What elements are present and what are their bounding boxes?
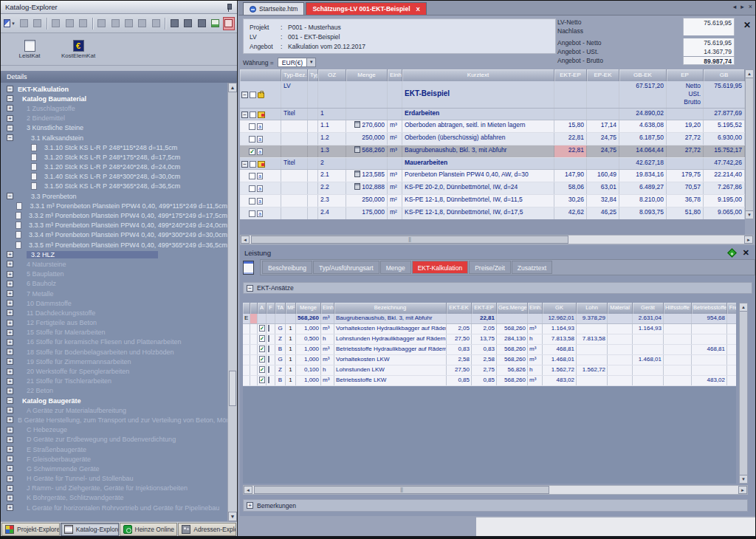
checkbox-a-icon[interactable]: ✓ xyxy=(259,346,265,352)
tree-expand-icon[interactable]: − xyxy=(7,193,13,199)
ekt-detail-row[interactable]: ✓ B 1 1,000 m³ Betriebsstoffe Hydraulikb… xyxy=(243,345,736,355)
tree-expand-icon[interactable]: + xyxy=(7,407,13,413)
column-header-einh2[interactable]: Einh. xyxy=(528,303,543,314)
row-check-icon[interactable] xyxy=(249,136,255,143)
view-icon[interactable] xyxy=(96,17,108,30)
lv-position-row[interactable]: a 2.2 102,888 m² KS-PE 20-2,0, Dünnbettm… xyxy=(240,182,745,195)
nav-back-icon[interactable]: ◂ xyxy=(733,3,737,10)
column-header-ta[interactable]: TA xyxy=(275,303,286,314)
tree-expand-icon[interactable]: − xyxy=(7,134,13,141)
row-check-icon[interactable] xyxy=(249,123,255,130)
checkbox-a-icon[interactable]: ✓ xyxy=(259,366,265,373)
tree-expand-icon[interactable]: + xyxy=(7,115,13,122)
tree-scrollbar[interactable]: ▲ ▼ xyxy=(227,83,237,521)
tree-expand-icon[interactable]: + xyxy=(7,504,13,511)
kostelemkat-button[interactable]: € KostElemKat xyxy=(57,35,100,63)
tree-item[interactable]: − 3.3 Porenbeton xyxy=(1,191,227,201)
lv-position-row[interactable]: a 1.2 250,000 m² Oberboden (überschüssig… xyxy=(240,133,745,145)
scroll-right-icon[interactable]: ► xyxy=(744,236,753,244)
row-check-icon[interactable] xyxy=(249,173,255,179)
tree-item[interactable]: 3.3.3 m³ Porenbeton Planstein PPW4 0,40,… xyxy=(1,221,227,230)
tree-item[interactable]: − Katalog Baumaterial xyxy=(1,94,227,103)
close-header-icon[interactable]: ✕ xyxy=(743,20,751,30)
column-header-gb-ek[interactable]: GB-EK xyxy=(619,69,667,81)
tree-item[interactable]: + 10 Dämmstoffe xyxy=(1,298,227,308)
tree-item[interactable]: − Katalog Baugeräte xyxy=(1,396,227,405)
tree-expand-icon[interactable]: + xyxy=(7,485,13,492)
checkbox-a-icon[interactable]: ✓ xyxy=(259,356,265,363)
currency-dropdown[interactable]: EUR(€) ▼ xyxy=(278,58,316,67)
column-header-hilf[interactable]: Hilfsstoffe xyxy=(664,303,692,314)
ekt-detail-row[interactable]: ✓ G 1 1,000 m³ Vorhaltekosten Hydraulikb… xyxy=(243,324,736,334)
scroll-thumb[interactable] xyxy=(251,236,568,244)
grid-icon[interactable] xyxy=(150,17,162,30)
tree-item[interactable]: − 3.1 Kalksandstein xyxy=(1,133,227,143)
tab-heinze-online[interactable]: Heinze Online xyxy=(120,523,178,536)
chevron-down-icon[interactable]: ▼ xyxy=(306,58,315,66)
column-header-a[interactable]: A xyxy=(258,303,267,314)
lv-position-row[interactable]: a 2.1 123,585 m³ Porenbeton Planstein PP… xyxy=(240,170,745,182)
tree-item[interactable]: + 1 Zuschlagstoffe xyxy=(1,103,227,113)
tree-expand-icon[interactable]: + xyxy=(7,281,13,287)
tree-item[interactable]: 3.1.50 Stck KS L-R P 248*365*248, d=36,5… xyxy=(1,182,227,191)
tree-expand-icon[interactable]: + xyxy=(7,416,13,423)
scroll-left-icon[interactable]: ◄ xyxy=(244,486,252,494)
quantity-calc-icon[interactable] xyxy=(354,146,360,153)
tree-expand-icon[interactable]: + xyxy=(7,368,13,375)
checkbox-f-icon[interactable] xyxy=(268,335,269,342)
lv-titel-row[interactable]: − Titel 1 Erdarbeiten 24.890,02 27.877,6… xyxy=(240,109,745,120)
column-header-menge[interactable]: Menge xyxy=(346,69,388,81)
tree-expand-icon[interactable]: + xyxy=(7,300,13,306)
leistkat-button[interactable]: LeistKat xyxy=(8,35,51,63)
tree-expand-icon[interactable]: + xyxy=(7,261,13,267)
scroll-up-icon[interactable]: ▲ xyxy=(740,303,747,312)
lv-position-row[interactable]: ✓ a 1.3 568,260 m³ Baugrubenaushub, Bkl.… xyxy=(240,145,745,158)
tab-beschreibung[interactable]: Beschreibung xyxy=(262,261,312,274)
tree-item[interactable]: + 20 Werkstoffe für Spenglerarbeiten xyxy=(1,366,227,376)
column-header-oz[interactable]: OZ xyxy=(318,69,346,81)
tree-expand-icon[interactable]: + xyxy=(7,476,13,482)
tab-schaetzungs-lv[interactable]: Schätzungs-LV 001-EKT-Beispiel X xyxy=(306,2,426,15)
tree-expand-icon[interactable]: − xyxy=(7,95,13,102)
tree-item[interactable]: + B Geräte Herstellung, zum Transport un… xyxy=(1,415,227,425)
tree-item[interactable]: + E Straßenbaugeräte xyxy=(1,444,227,454)
lv-position-row[interactable]: a 2.4 175,000 m² KS-PE 12-1,8, Dünnbettm… xyxy=(240,207,745,220)
dock-diamond-icon[interactable] xyxy=(727,248,737,258)
tree-item[interactable]: 3.3.1 m³ Porenbeton Planstein PPW4 0,40,… xyxy=(1,201,227,210)
tab-katalog-explorer[interactable]: Katalog-Explorer xyxy=(61,523,119,536)
tree-expand-icon[interactable]: + xyxy=(7,388,13,394)
scroll-up-icon[interactable]: ▲ xyxy=(746,70,753,78)
tree-item[interactable]: + J Ramm- und Ziehgeräte, Geräte für Inj… xyxy=(1,484,227,493)
link-icon[interactable] xyxy=(137,17,148,30)
tree-expand-icon[interactable]: − xyxy=(7,125,13,131)
checkbox-f-icon[interactable] xyxy=(268,366,269,373)
quantity-calc-icon[interactable] xyxy=(354,171,360,177)
percent-icon[interactable] xyxy=(109,17,121,30)
lv-titel-row[interactable]: − Titel 2 Mauerarbeiten 42.627,18 47.742… xyxy=(240,158,745,170)
tree-expand-icon[interactable]: + xyxy=(7,358,13,365)
lv-position-row[interactable]: a 1.1 270,600 m³ Oberboden abtragen, sei… xyxy=(240,120,745,133)
ekt-ansaetze-section-header[interactable]: − EKT-Ansätze xyxy=(243,282,752,294)
column-header-f[interactable]: F xyxy=(267,303,275,314)
tab-ekt-kalkulation[interactable]: EKT-Kalkulation xyxy=(412,261,468,274)
ekt-detail-row[interactable]: ✓ Z 1 0,100 h Lohnstunden LKW 27,50 2,75… xyxy=(243,365,736,376)
scroll-thumb[interactable] xyxy=(254,486,549,494)
checkbox-f-icon[interactable] xyxy=(268,346,269,352)
tree-item[interactable]: + L Geräte für horizontalen Rohrvortrieb… xyxy=(1,503,227,512)
expand-box-icon[interactable]: − xyxy=(241,111,248,118)
ekt-vscrollbar[interactable]: ▲ ▼ xyxy=(739,303,748,484)
tab-projekt-explorer[interactable]: Projekt-Explorer xyxy=(1,523,60,536)
tree-expand-icon[interactable]: + xyxy=(7,427,13,433)
checkbox-a-icon[interactable]: ✓ xyxy=(259,325,265,332)
nav-forward-icon[interactable]: ▸ xyxy=(740,3,744,10)
column-header-typbez[interactable]: Typ-Bez. xyxy=(281,69,308,81)
tree-item[interactable]: + 18 Stoffe für Bodenbelagsarbeiten und … xyxy=(1,347,227,357)
row-check-icon[interactable] xyxy=(249,198,255,205)
tab-preise-zeit[interactable]: Preise/Zeit xyxy=(469,261,511,274)
column-header-ep[interactable]: EP xyxy=(667,69,704,81)
checkbox-a-icon[interactable]: ✓ xyxy=(259,335,265,342)
tree-expand-icon[interactable]: + xyxy=(7,309,13,316)
tree-item[interactable]: + G Schwimmende Geräte xyxy=(1,464,227,473)
edit-item-icon[interactable] xyxy=(18,17,30,30)
quantity-calc-icon[interactable] xyxy=(354,121,360,128)
